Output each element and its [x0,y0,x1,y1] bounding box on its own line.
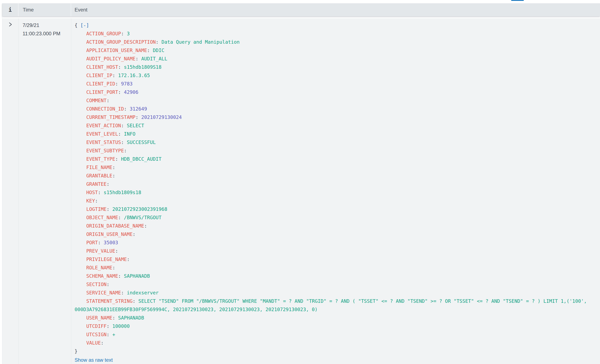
json-key: KEY [86,198,95,204]
json-field-line: OBJECT_NAME: /BNWVS/TRGOUT [75,213,598,222]
json-key: USER_NAME [86,315,112,320]
json-colon: : [133,299,136,304]
json-colon: : [115,248,118,254]
json-colon: : [147,48,150,53]
json-key: EVENT_STATUS [86,140,121,145]
time-column-label: Time [23,7,34,13]
json-field-line: AUDIT_POLICY_NAME: AUDIT_ALL [75,55,598,63]
json-key: CURRENT_TIMESTAMP [86,114,135,120]
active-tab-indicator [511,0,524,1]
json-colon: : [95,198,98,204]
top-bar [0,0,600,3]
json-value: SAPHANADB [124,273,150,279]
event-column-label: Event [75,7,87,13]
json-value: INFO [124,131,135,137]
json-key: ACTION_GROUP [86,31,121,36]
json-field-line: EVENT_STATUS: SUCCESSFUL [75,138,598,147]
json-field-line: SCHEMA_NAME: SAPHANADB [75,272,598,280]
info-column-header: i [2,3,19,16]
json-field-line: PORT: 35003 [75,238,598,247]
json-value: Data Query and Manipulation [161,39,240,45]
event-clock: 11:00:23.000 PM [23,29,71,38]
json-colon: : [121,123,124,128]
json-field-line: ACTION_GROUP_DESCRIPTION: Data Query and… [75,38,598,46]
json-field-line: ACTION_GROUP: 3 [75,29,598,38]
json-field-line: LOGTIME: 2021072923002391968 [75,205,598,213]
json-field-line: EVENT_TYPE: HDB_DBCC_AUDIT [75,155,598,163]
json-key: CLIENT_PID [86,81,115,86]
json-key: SCHEMA_NAME [86,273,118,279]
json-colon: : [127,257,130,262]
event-time-cell: 7/29/21 11:00:23.000 PM [19,19,71,364]
json-field-line: SECTION: [75,280,598,289]
close-brace: } [75,348,77,354]
json-key: CONNECTION_ID [86,106,124,112]
event-expand-cell [2,19,19,364]
expand-event-button[interactable] [8,22,13,27]
event-date: 7/29/21 [23,21,71,29]
json-field-line: GRANTEE: [75,180,598,188]
json-key: FILE_NAME [86,165,112,170]
json-value: 3 [127,31,130,36]
json-open-line: { [-] [75,21,598,29]
show-raw-text-link[interactable]: Show as raw text [75,356,113,364]
json-value: s15hdb1809S18 [124,64,161,70]
json-colon: : [124,148,127,153]
json-key: HOST [86,190,98,195]
chevron-right-icon [9,22,12,27]
json-colon: : [107,324,110,329]
json-key: UTCDIFF [86,324,107,329]
json-field-line: VALUE: [75,339,598,347]
json-field-line: PRIVILEGE_NAME: [75,255,598,263]
json-key: EVENT_LEVEL [86,131,118,137]
json-field-line: EVENT_ACTION: SELECT [75,121,598,130]
json-colon: : [121,140,124,145]
json-value: SELECT [127,123,144,128]
json-colon: : [144,223,147,229]
json-colon: : [115,156,118,162]
json-key: CLIENT_IP [86,73,112,78]
json-field-line: CLIENT_PID: 9783 [75,80,598,88]
json-value: 2021072923002391968 [112,206,167,212]
json-field-line: ORIGIN_DATABASE_NAME: [75,222,598,230]
json-field-line: CLIENT_PORT: 42906 [75,88,598,96]
json-colon: : [133,232,136,237]
json-colon: : [107,181,110,187]
json-value: s15hdb1809s18 [104,190,141,195]
json-colon: : [118,64,121,70]
json-key: AUDIT_POLICY_NAME [86,56,135,61]
json-colon: : [112,165,115,170]
json-value: 42906 [124,89,138,95]
json-colon: : [112,173,115,178]
json-field-line: PREV_VALUE: [75,247,598,255]
json-collapse-toggle[interactable]: [-] [80,23,89,28]
json-colon: : [118,215,121,220]
json-key: CLIENT_HOST [86,64,118,70]
json-field-line: CLIENT_IP: 172.16.3.65 [75,71,598,80]
json-field-line: ROLE_NAME: [75,263,598,272]
event-json-cell: { [-] ACTION_GROUP: 3 ACTION_GROUP_DESCR… [71,19,600,364]
json-key: STATEMENT_STRING [86,299,133,304]
json-field-line: KEY: [75,197,598,205]
json-value: 100000 [112,324,130,329]
json-value: DDIC [153,48,164,53]
json-field-line: EVENT_LEVEL: INFO [75,130,598,138]
json-colon: : [115,81,118,86]
json-key: EVENT_SUBTYPE [86,148,124,153]
json-key: PREV_VALUE [86,248,115,254]
json-key: EVENT_TYPE [86,156,115,162]
json-key: COMMENT [86,98,107,103]
json-field-line: FILE_NAME: [75,163,598,172]
json-value: 35003 [104,240,118,245]
json-value: 9783 [121,81,132,86]
json-colon: : [135,56,138,61]
json-colon: : [107,98,110,103]
header-gap [2,16,600,19]
json-colon: : [121,31,124,36]
json-key: ORIGIN_DATABASE_NAME [86,223,144,229]
json-value: AUDIT_ALL [141,56,167,61]
json-value: /BNWVS/TRGOUT [124,215,161,220]
json-key: CLIENT_PORT [86,89,118,95]
json-key: SECTION [86,282,107,287]
json-colon: : [107,332,110,337]
